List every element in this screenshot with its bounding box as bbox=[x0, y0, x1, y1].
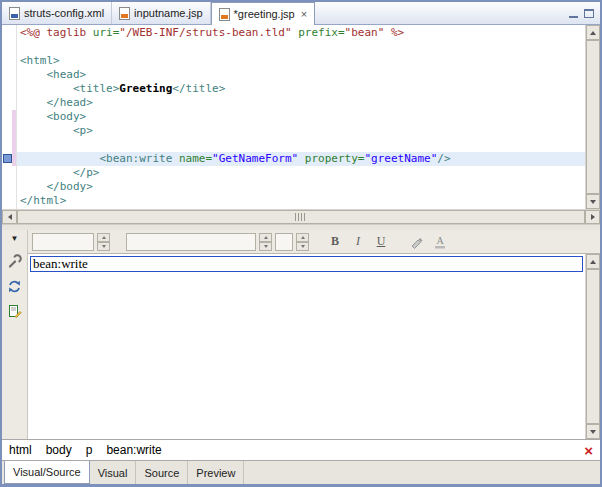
gutter-cell[interactable] bbox=[2, 180, 16, 194]
gutter-cell[interactable] bbox=[2, 166, 16, 180]
selection-bar-item[interactable]: html bbox=[9, 443, 32, 457]
gutter-cell[interactable] bbox=[2, 40, 16, 54]
code-line[interactable]: <body> bbox=[17, 110, 585, 124]
code-line[interactable]: </body> bbox=[17, 180, 585, 194]
code-token: </head> bbox=[47, 96, 93, 109]
code-token: uri= bbox=[93, 26, 120, 39]
code-token: property= bbox=[305, 152, 365, 165]
code-line[interactable]: <head> bbox=[17, 68, 585, 82]
scroll-down-button[interactable] bbox=[586, 194, 600, 209]
scroll-up-button[interactable] bbox=[586, 25, 600, 40]
gutter-cell[interactable] bbox=[2, 138, 16, 152]
code-line[interactable]: </head> bbox=[17, 96, 585, 110]
scroll-right-button[interactable] bbox=[585, 210, 600, 224]
code-line[interactable] bbox=[17, 40, 585, 54]
view-menu-arrow-icon[interactable]: ▼ bbox=[11, 234, 19, 244]
scrollbar-thumb[interactable] bbox=[586, 269, 600, 424]
code-token: "greetName" bbox=[364, 152, 437, 165]
page-design-options-icon[interactable] bbox=[7, 303, 23, 319]
class-combo[interactable] bbox=[126, 233, 256, 251]
background-color-icon[interactable] bbox=[407, 233, 427, 251]
gutter-cell[interactable] bbox=[2, 54, 16, 68]
gutter-cell[interactable] bbox=[2, 68, 16, 82]
source-editor: <%@ taglib uri="/WEB-INF/struts-bean.tld… bbox=[2, 25, 600, 209]
code-token bbox=[20, 180, 47, 193]
selection-bar-item[interactable]: bean:write bbox=[106, 443, 161, 457]
page-tab-preview[interactable]: Preview bbox=[188, 461, 244, 484]
code-token: <%@ taglib bbox=[20, 26, 93, 39]
minimize-icon[interactable] bbox=[569, 9, 578, 18]
selection-bar-close-icon[interactable]: × bbox=[584, 443, 593, 458]
vpe-main: B I U A bbox=[28, 230, 600, 439]
size-spinner[interactable] bbox=[296, 233, 309, 251]
maximize-icon[interactable] bbox=[584, 9, 594, 18]
code-token: name= bbox=[179, 152, 212, 165]
tab-strip-filler bbox=[315, 2, 569, 24]
style-combo[interactable] bbox=[32, 233, 94, 251]
editor-tab[interactable]: struts-config.xml bbox=[2, 2, 112, 24]
selected-element-label: bean:write bbox=[33, 256, 88, 271]
selection-bar-item[interactable]: body bbox=[46, 443, 72, 457]
scroll-down-button[interactable] bbox=[586, 424, 600, 439]
visual-vertical-scrollbar[interactable] bbox=[585, 254, 600, 439]
spin-down-icon[interactable] bbox=[296, 242, 309, 251]
svg-text:A: A bbox=[436, 235, 444, 246]
visual-page-editor: ▼ bbox=[2, 230, 600, 439]
gutter-cell[interactable] bbox=[2, 110, 16, 124]
gutter-cell[interactable] bbox=[2, 194, 16, 208]
code-token: <title> bbox=[73, 82, 119, 95]
selected-element-box[interactable]: bean:write bbox=[30, 256, 583, 272]
page-tab-visual-source[interactable]: Visual/Source bbox=[4, 461, 90, 484]
code-line[interactable]: <%@ taglib uri="/WEB-INF/struts-bean.tld… bbox=[17, 26, 585, 40]
gutter-cell[interactable] bbox=[2, 152, 16, 166]
scroll-up-button[interactable] bbox=[586, 254, 600, 269]
editor-tab[interactable]: inputname.jsp bbox=[112, 2, 211, 24]
bold-button[interactable]: B bbox=[325, 233, 345, 251]
scroll-left-button[interactable] bbox=[2, 210, 17, 224]
code-line[interactable]: <title>Greeting</title> bbox=[17, 82, 585, 96]
gutter-cell[interactable] bbox=[2, 82, 16, 96]
editor-tab[interactable]: *greeting.jsp× bbox=[211, 2, 316, 25]
gutter-cell[interactable] bbox=[2, 96, 16, 110]
page-tab-source[interactable]: Source bbox=[136, 461, 188, 484]
source-horizontal-scrollbar[interactable] bbox=[2, 209, 600, 224]
code-line[interactable]: </html> bbox=[17, 194, 585, 208]
preferences-wrench-icon[interactable] bbox=[7, 253, 23, 269]
code-token bbox=[20, 110, 47, 123]
class-combo-spinner[interactable] bbox=[259, 233, 272, 251]
selection-bar-item[interactable]: p bbox=[86, 443, 93, 457]
style-combo-spinner[interactable] bbox=[97, 233, 110, 251]
page-tab-visual[interactable]: Visual bbox=[90, 461, 137, 484]
spin-down-icon[interactable] bbox=[259, 242, 272, 251]
spin-up-icon[interactable] bbox=[97, 233, 110, 242]
visual-canvas[interactable]: bean:write bbox=[28, 254, 585, 439]
italic-button[interactable]: I bbox=[348, 233, 368, 251]
size-field[interactable] bbox=[275, 233, 293, 251]
spin-down-icon[interactable] bbox=[97, 242, 110, 251]
gutter-cell[interactable] bbox=[2, 124, 16, 138]
underline-button[interactable]: U bbox=[371, 233, 391, 251]
code-token: </title> bbox=[172, 82, 225, 95]
spin-up-icon[interactable] bbox=[259, 233, 272, 242]
code-line[interactable] bbox=[17, 138, 585, 152]
scrollbar-thumb[interactable] bbox=[586, 40, 600, 194]
source-code-area[interactable]: <%@ taglib uri="/WEB-INF/struts-bean.tld… bbox=[17, 25, 585, 209]
font-color-icon[interactable]: A bbox=[430, 233, 450, 251]
code-token: %> bbox=[384, 26, 404, 39]
source-vertical-scrollbar[interactable] bbox=[585, 25, 600, 209]
code-line[interactable]: <p> bbox=[17, 124, 585, 138]
code-token bbox=[20, 124, 73, 137]
code-line[interactable]: <bean:write name="GetNameForm" property=… bbox=[17, 152, 585, 166]
code-line[interactable]: <html> bbox=[17, 54, 585, 68]
code-line[interactable]: </p> bbox=[17, 166, 585, 180]
gutter-cell[interactable] bbox=[2, 26, 16, 40]
vpe-left-toolbar: ▼ bbox=[2, 230, 28, 439]
jsp-file-icon bbox=[219, 8, 230, 21]
editor-tab-strip: struts-config.xmlinputname.jsp*greeting.… bbox=[2, 2, 600, 25]
spin-up-icon[interactable] bbox=[296, 233, 309, 242]
refresh-icon[interactable] bbox=[7, 278, 23, 294]
scrollbar-thumb[interactable] bbox=[17, 210, 585, 224]
splitter-grip-icon bbox=[295, 213, 307, 221]
tab-close-icon[interactable]: × bbox=[299, 9, 307, 20]
code-token: <head> bbox=[47, 68, 87, 81]
